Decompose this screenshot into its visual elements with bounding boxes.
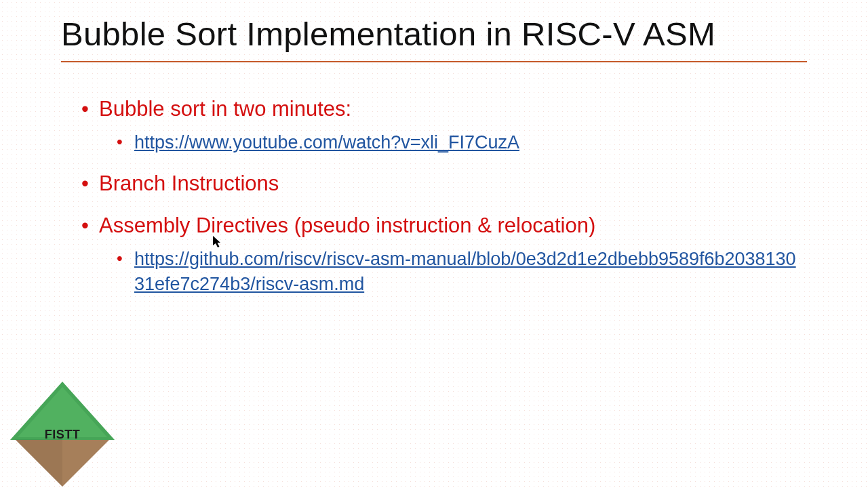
bullet-text: Assembly Directives (pseudo instruction … [99,214,595,237]
slide-title: Bubble Sort Implementation in RISC-V ASM [61,15,807,58]
title-block: Bubble Sort Implementation in RISC-V ASM [0,0,868,62]
logo-text: FISTT [8,428,117,442]
sub-bullet-list: https://www.youtube.com/watch?v=xli_FI7C… [99,130,800,156]
svg-marker-1 [10,382,115,440]
youtube-link[interactable]: https://www.youtube.com/watch?v=xli_FI7C… [134,132,519,152]
sub-bullet-item: https://www.youtube.com/watch?v=xli_FI7C… [114,130,800,156]
svg-marker-0 [15,439,110,487]
bullet-text: Branch Instructions [99,171,279,195]
bullet-item: Branch Instructions [81,169,800,198]
slide-body: Bubble sort in two minutes: https://www.… [0,62,868,298]
sub-bullet-list: https://github.com/riscv/riscv-asm-manua… [99,247,800,298]
fistt-logo: FISTT [8,363,117,488]
bullet-item: Assembly Directives (pseudo instruction … [81,211,800,298]
sub-bullet-item: https://github.com/riscv/riscv-asm-manua… [114,247,800,298]
svg-marker-2 [18,387,107,437]
svg-marker-3 [15,439,62,487]
bullet-item: Bubble sort in two minutes: https://www.… [81,95,800,156]
bullet-text: Bubble sort in two minutes: [99,97,351,121]
github-link[interactable]: https://github.com/riscv/riscv-asm-manua… [134,249,796,295]
bullet-list: Bubble sort in two minutes: https://www.… [81,95,800,298]
